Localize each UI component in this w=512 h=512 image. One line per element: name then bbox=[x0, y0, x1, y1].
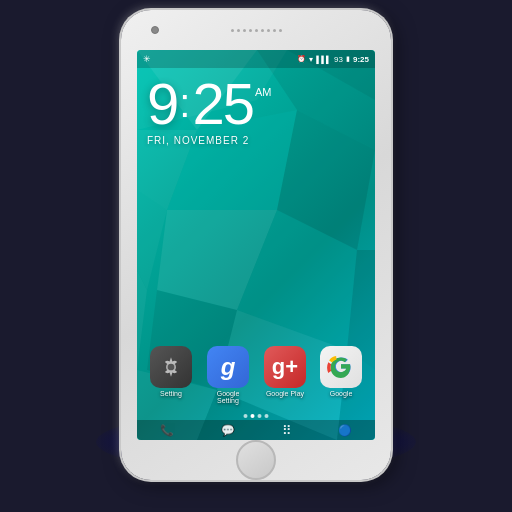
phone: ✳ ⏰ ▾ ▌▌▌ 93 ▮ 9:25 9 : 25 AM bbox=[121, 10, 391, 480]
status-time: 9:25 bbox=[353, 55, 369, 64]
home-button[interactable] bbox=[236, 440, 276, 480]
dot-3 bbox=[258, 414, 262, 418]
svg-point-18 bbox=[168, 364, 175, 371]
dot-1 bbox=[244, 414, 248, 418]
alarm-icon: ⏰ bbox=[297, 55, 306, 63]
messages-nav-icon[interactable]: 💬 bbox=[221, 424, 235, 437]
status-left: ✳ bbox=[143, 54, 151, 64]
dot-2 bbox=[251, 414, 255, 418]
phone-bottom bbox=[121, 440, 391, 480]
google-logo-svg bbox=[325, 351, 357, 383]
clock-colon: : bbox=[179, 83, 190, 123]
google-setting-app-icon[interactable]: g bbox=[207, 346, 249, 388]
phone-top bbox=[121, 10, 391, 50]
app-item-google-play[interactable]: g+ Google Play bbox=[264, 346, 306, 404]
google-app-label: Google bbox=[330, 390, 353, 397]
status-right: ⏰ ▾ ▌▌▌ 93 ▮ 9:25 bbox=[297, 55, 369, 64]
bottom-nav: 📞 💬 ⠿ 🔵 bbox=[137, 420, 375, 440]
battery-level: 93 bbox=[334, 55, 343, 64]
browser-nav-icon[interactable]: 🔵 bbox=[338, 424, 352, 437]
app-item-google[interactable]: Google bbox=[320, 346, 362, 404]
google-setting-app-label: Google Setting bbox=[206, 390, 250, 404]
gear-svg bbox=[157, 353, 185, 381]
wifi-icon: ▾ bbox=[309, 55, 313, 64]
clock-ampm: AM bbox=[255, 87, 272, 98]
notification-icon: ✳ bbox=[143, 54, 151, 64]
clock-date: FRI, NOVEMBER 2 bbox=[147, 135, 271, 146]
signal-icon: ▌▌▌ bbox=[316, 56, 331, 63]
app-item-google-setting[interactable]: g Google Setting bbox=[206, 346, 250, 404]
clock-hour: 9 bbox=[147, 75, 177, 133]
clock-time-display: 9 : 25 AM bbox=[147, 75, 271, 133]
dot-4 bbox=[265, 414, 269, 418]
speaker bbox=[231, 29, 282, 32]
app-dock: Setting g Google Setting g+ Google Play bbox=[137, 346, 375, 404]
scene: ✳ ⏰ ▾ ▌▌▌ 93 ▮ 9:25 9 : 25 AM bbox=[0, 0, 512, 512]
screen: ✳ ⏰ ▾ ▌▌▌ 93 ▮ 9:25 9 : 25 AM bbox=[137, 50, 375, 440]
camera-dot bbox=[151, 26, 159, 34]
setting-app-icon[interactable] bbox=[150, 346, 192, 388]
battery-icon: ▮ bbox=[346, 55, 350, 63]
setting-app-label: Setting bbox=[160, 390, 182, 397]
phone-nav-icon[interactable]: 📞 bbox=[160, 424, 174, 437]
page-dot-indicator bbox=[244, 414, 269, 418]
google-play-app-icon[interactable]: g+ bbox=[264, 346, 306, 388]
google-app-icon[interactable] bbox=[320, 346, 362, 388]
clock-minutes: 25 bbox=[192, 75, 253, 133]
google-play-app-label: Google Play bbox=[266, 390, 304, 397]
clock-widget: 9 : 25 AM FRI, NOVEMBER 2 bbox=[147, 75, 271, 146]
app-item-setting[interactable]: Setting bbox=[150, 346, 192, 404]
status-bar: ✳ ⏰ ▾ ▌▌▌ 93 ▮ 9:25 bbox=[137, 50, 375, 68]
apps-nav-icon[interactable]: ⠿ bbox=[282, 423, 291, 438]
